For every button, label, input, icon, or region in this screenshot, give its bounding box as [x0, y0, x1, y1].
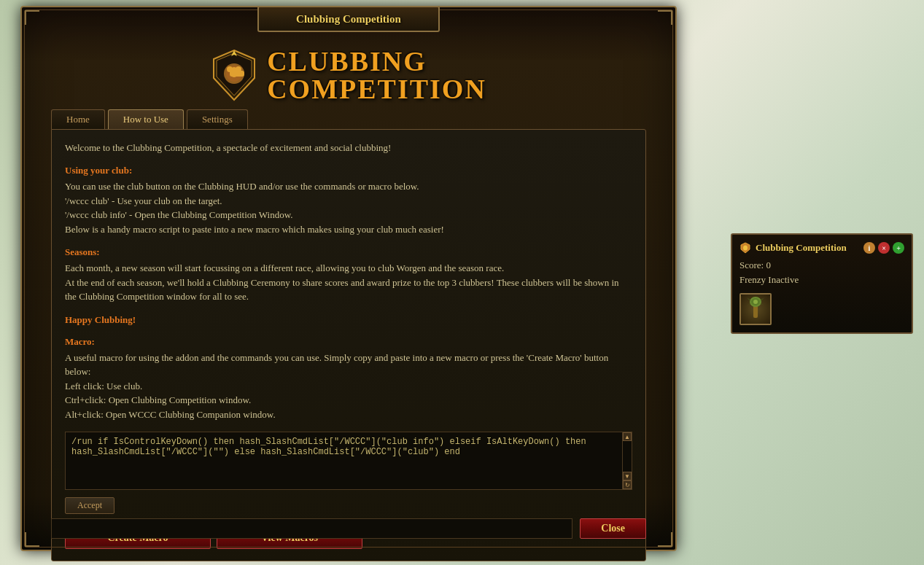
- logo-line2: COMPETITION: [267, 75, 486, 103]
- close-button[interactable]: Close: [580, 518, 646, 539]
- bottom-bar: Close: [51, 518, 646, 539]
- logo-line1: CLUBBING: [267, 47, 427, 75]
- svg-point-10: [743, 246, 748, 251]
- seasons-title: Seasons:: [65, 246, 632, 258]
- macro-code-textarea[interactable]: /run if IsControlKeyDown() then hash_Sla…: [65, 432, 622, 490]
- tab-home[interactable]: Home: [51, 109, 105, 129]
- seasons-body: Each month, a new season will start focu…: [65, 261, 632, 304]
- side-panel-score: Score: 0: [739, 260, 904, 271]
- scroll-up-btn[interactable]: ▲: [623, 432, 632, 441]
- club-item-icon: [741, 295, 770, 324]
- tab-settings[interactable]: Settings: [187, 109, 248, 129]
- side-panel-item[interactable]: [739, 293, 772, 325]
- corner-decoration-tl: [25, 10, 39, 25]
- macro-body: A useful macro for using the addon and t…: [65, 351, 632, 422]
- side-panel-logo-icon: [739, 242, 751, 254]
- content-area: Welcome to the Clubbing Competition, a s…: [51, 129, 646, 561]
- info-icon[interactable]: i: [863, 242, 875, 254]
- scroll-refresh-btn[interactable]: ↻: [623, 480, 632, 489]
- main-window: Clubbing Competition CLUBBING COMPETITIO…: [20, 6, 677, 551]
- textarea-scrollbar: ▲ ▼ ↻: [622, 432, 632, 490]
- using-club-title: Using your club:: [65, 165, 632, 176]
- side-panel: Clubbing Competition i × + Score: 0 Fren…: [731, 233, 913, 334]
- corner-decoration-br: [658, 532, 672, 547]
- scroll-down-btn[interactable]: ▼: [623, 472, 632, 480]
- accept-button[interactable]: Accept: [65, 497, 114, 514]
- title-bar: Clubbing Competition: [257, 6, 440, 32]
- svg-point-19: [753, 300, 758, 304]
- using-club-body: You can use the club button on the Clubb…: [65, 179, 632, 236]
- bottom-input[interactable]: [51, 518, 572, 539]
- side-panel-header: Clubbing Competition i × +: [739, 242, 904, 254]
- macro-title: Macro:: [65, 336, 632, 348]
- corner-decoration-bl: [25, 532, 39, 547]
- window-title: Clubbing Competition: [296, 13, 401, 26]
- welcome-text: Welcome to the Clubbing Competition, a s…: [65, 141, 632, 155]
- logo-shield-icon: [211, 49, 258, 101]
- happy-clubbing-text: Happy Clubbing!: [65, 314, 632, 326]
- svg-rect-7: [230, 71, 244, 77]
- side-panel-frenzy: Frenzy Inactive: [739, 274, 904, 286]
- logo-text: CLUBBING COMPETITION: [267, 47, 486, 103]
- side-panel-action-icons: i × +: [863, 242, 904, 254]
- scroll-track: [623, 441, 632, 472]
- side-panel-title: Clubbing Competition: [756, 242, 859, 254]
- plus-icon[interactable]: +: [893, 242, 904, 254]
- tab-how-to-use[interactable]: How to Use: [108, 109, 184, 129]
- macro-textarea-wrapper: /run if IsControlKeyDown() then hash_Sla…: [65, 432, 632, 490]
- corner-decoration-tr: [658, 10, 672, 25]
- tabs-area: Home How to Use Settings: [22, 109, 675, 129]
- stop-icon[interactable]: ×: [878, 242, 890, 254]
